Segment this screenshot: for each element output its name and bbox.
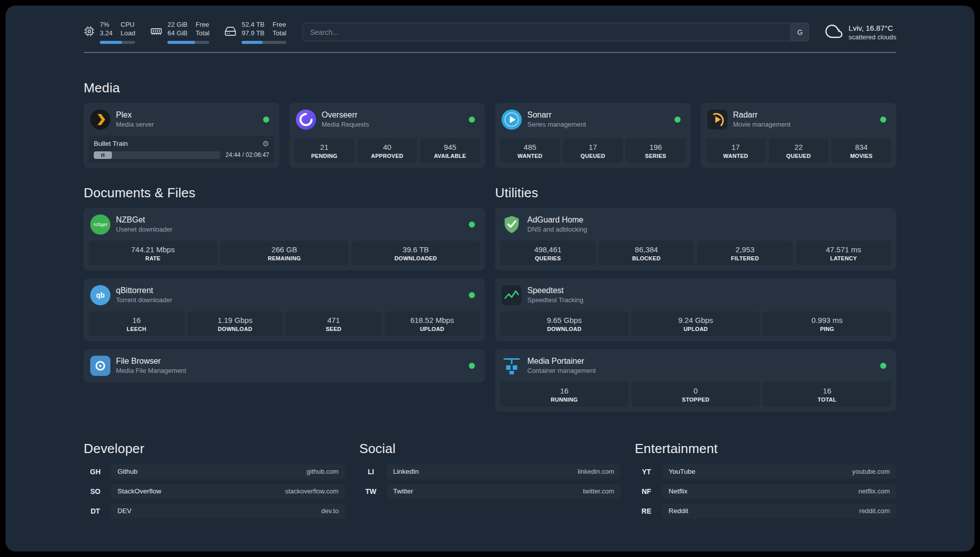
link-netflix[interactable]: NF Netflix netflix.com <box>635 484 896 499</box>
ram-free-value: 22 GiB <box>167 21 188 29</box>
now-playing-title: Bullet Train <box>94 140 128 147</box>
app-subtitle: Speedtest Tracking <box>527 296 889 304</box>
app-subtitle: Usenet downloader <box>116 226 463 233</box>
disk-total-label: Total <box>273 29 286 37</box>
status-dot <box>469 292 475 298</box>
section-title-utilities: Utilities <box>495 185 896 201</box>
app-card-speedtest[interactable]: Speedtest Speedtest Tracking 9.65 Gbps D… <box>495 278 896 341</box>
status-dot <box>469 363 475 369</box>
weather-widget: Lviv, 16.87°C scattered clouds <box>825 22 896 42</box>
disk-progress-bar <box>241 41 286 44</box>
stat-upload: 618.52 Mbps UPLOAD <box>385 311 480 336</box>
disk-widget: 52.4 TB 97.9 TB Free Total <box>224 21 286 44</box>
link-youtube[interactable]: YT YouTube youtube.com <box>635 464 896 479</box>
app-name: Media Portainer <box>527 357 875 366</box>
speedtest-icon <box>502 285 522 305</box>
app-name: NZBGet <box>116 215 463 225</box>
stat-filtered: 2,953 FILTERED <box>697 241 793 265</box>
ram-widget: 22 GiB 64 GiB Free Total <box>150 21 209 44</box>
app-card-sonarr[interactable]: Sonarr Series management 485 WANTED 17 Q… <box>495 103 691 168</box>
app-subtitle: Media Requests <box>322 121 463 128</box>
section-title-developer: Developer <box>84 441 345 457</box>
pause-icon[interactable] <box>94 151 112 159</box>
app-name: Speedtest <box>527 286 889 295</box>
stat-queries: 498,461 QUERIES <box>500 241 596 265</box>
stat-queued: 22 QUEUED <box>769 138 829 163</box>
app-card-nzbget[interactable]: nzbget NZBGet Usenet downloader 74 <box>84 208 485 270</box>
app-card-qbittorrent[interactable]: qb qBittorrent Torrent downloader <box>84 278 485 341</box>
status-dot <box>469 117 475 123</box>
stat-wanted: 17 WANTED <box>706 138 766 163</box>
disk-total-value: 97.9 TB <box>241 29 264 37</box>
stat-download: 1.19 Gbps DOWNLOAD <box>188 311 283 336</box>
app-name: Radarr <box>733 110 875 120</box>
stat-seed: 471 SEED <box>286 311 382 336</box>
weather-location: Lviv, 16.87°C <box>848 24 896 32</box>
app-card-plex[interactable]: Plex Media server Bullet Train ⚙ 24:44 <box>84 103 279 168</box>
developer-links: Developer GH Github github.com SO StackO… <box>84 441 345 519</box>
overseerr-icon <box>296 109 316 130</box>
adguard-icon <box>502 214 522 235</box>
stat-approved: 40 APPROVED <box>357 138 417 163</box>
search-bar: G <box>302 23 809 41</box>
dashboard: 7% 3.24 CPU Load <box>6 6 974 551</box>
cpu-icon <box>84 26 95 39</box>
svg-text:nzbget: nzbget <box>93 222 107 227</box>
ram-progress-bar <box>167 41 209 44</box>
link-reddit[interactable]: RE Reddit reddit.com <box>635 504 896 519</box>
radarr-icon <box>707 109 727 130</box>
app-name: qBittorrent <box>116 286 463 295</box>
app-card-portainer[interactable]: Media Portainer Container management 16 … <box>495 349 896 412</box>
stat-pending: 21 PENDING <box>294 138 354 163</box>
stat-remaining: 266 GB REMAINING <box>220 241 349 265</box>
cpu-label: CPU <box>120 21 135 29</box>
search-engine-button[interactable]: G <box>790 23 809 41</box>
search-input[interactable] <box>302 23 809 41</box>
system-metrics: 7% 3.24 CPU Load <box>84 21 286 44</box>
plex-icon <box>90 109 110 130</box>
stat-leech: 16 LEECH <box>89 311 185 336</box>
section-title-media: Media <box>84 80 896 96</box>
link-dev[interactable]: DT DEV dev.to <box>84 504 345 519</box>
link-stackoverflow[interactable]: SO StackOverflow stackoverflow.com <box>84 484 345 499</box>
app-card-overseerr[interactable]: Overseerr Media Requests 21 PENDING 40 A… <box>289 103 485 168</box>
settings-gear-icon[interactable]: ⚙ <box>263 140 269 147</box>
weather-condition: scattered clouds <box>848 33 896 41</box>
ram-total-label: Total <box>196 29 209 37</box>
stat-total: 16 TOTAL <box>763 382 891 407</box>
app-subtitle: Movie management <box>733 121 875 128</box>
section-title-entertainment: Entertainment <box>635 441 896 457</box>
cpu-load-value: 3.24 <box>100 29 112 37</box>
ram-free-label: Free <box>196 21 209 29</box>
app-subtitle: Container management <box>527 367 875 374</box>
stat-stopped: 0 STOPPED <box>632 382 760 407</box>
app-card-filebrowser[interactable]: File Browser Media File Management <box>84 349 485 382</box>
stat-running: 16 RUNNING <box>500 382 629 407</box>
stat-download: 9.65 Gbps DOWNLOAD <box>500 311 629 336</box>
status-dot <box>469 221 475 228</box>
entertainment-links: Entertainment YT YouTube youtube.com NF … <box>635 441 896 519</box>
stat-ping: 0.993 ms PING <box>763 311 891 336</box>
link-github[interactable]: GH Github github.com <box>84 464 345 479</box>
link-twitter[interactable]: TW Twitter twitter.com <box>359 484 621 499</box>
stat-series: 196 SERIES <box>626 138 686 163</box>
twitter-abbr-icon: TW <box>359 487 383 495</box>
svg-text:qb: qb <box>96 291 104 299</box>
app-card-adguard[interactable]: AdGuard Home DNS and adblocking 498,461 … <box>495 208 896 270</box>
app-card-radarr[interactable]: Radarr Movie management 17 WANTED 22 QUE… <box>701 103 896 168</box>
app-subtitle: Torrent downloader <box>116 296 463 304</box>
section-title-documents: Documents & Files <box>84 185 485 201</box>
disk-free-value: 52.4 TB <box>241 21 264 29</box>
cpu-widget: 7% 3.24 CPU Load <box>84 21 135 44</box>
app-name: File Browser <box>116 357 463 366</box>
top-bar: 7% 3.24 CPU Load <box>84 21 896 44</box>
cloud-icon <box>825 22 843 42</box>
stat-movies: 834 MOVIES <box>831 138 891 163</box>
qbittorrent-icon: qb <box>90 285 110 305</box>
status-dot <box>263 117 269 123</box>
playback-progress-bar[interactable] <box>94 151 220 159</box>
link-linkedin[interactable]: LI LinkedIn linkedin.com <box>359 464 621 479</box>
portainer-icon <box>502 356 522 376</box>
nzbget-icon: nzbget <box>90 214 110 235</box>
app-subtitle: Series management <box>527 121 669 128</box>
